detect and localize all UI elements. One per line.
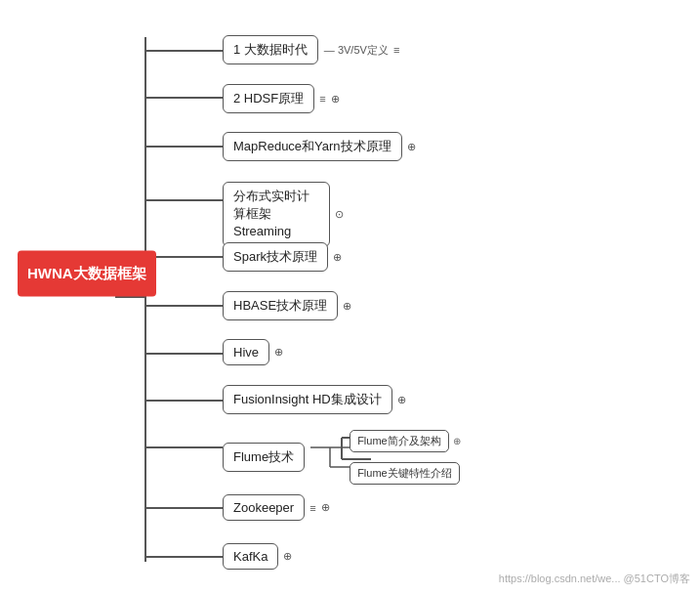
flume-sub-1: Flume简介及架构 ⊕: [350, 430, 461, 452]
branch-7: Hive ⊕: [223, 339, 283, 365]
branch-2-badge: ⊕: [331, 93, 340, 106]
branch-11-icon: ⊕: [283, 550, 292, 563]
watermark: https://blog.csdn.net/we... @51CTO博客: [499, 572, 690, 586]
branch-2-label: 2 HDSF原理: [223, 84, 314, 113]
branch-6: HBASE技术原理 ⊕: [223, 291, 351, 320]
branch-10: Zookeeper ≡ ⊕: [223, 494, 330, 521]
branch-10-label: Zookeeper: [223, 494, 305, 521]
branch-1-label: 1 大数据时代: [223, 35, 318, 64]
branch-11-label: KafKa: [223, 543, 278, 570]
branch-9: Flume技术 Flume简介及架构 ⊕ Flume关键特性介绍: [223, 430, 461, 485]
flume-sub-2: Flume关键特性介绍: [350, 462, 461, 485]
flume-sub-1-icon: ⊕: [453, 436, 461, 446]
branch-6-label: HBASE技术原理: [223, 291, 338, 320]
branch-11: KafKa ⊕: [223, 543, 292, 570]
branch-4-label: 分布式实时计算框架 Streaming: [223, 182, 330, 247]
branch-7-icon: ⊕: [274, 346, 283, 359]
branch-3-label: MapReduce和Yarn技术原理: [223, 132, 402, 161]
branch-2: 2 HDSF原理 ≡ ⊕: [223, 84, 340, 113]
branch-5-label: Spark技术原理: [223, 242, 328, 272]
branch-1-badge: — 3V/5V定义: [324, 43, 389, 58]
branch-3-icon: ⊕: [407, 141, 416, 153]
branch-8-label: FusionInsight HD集成设计: [223, 385, 392, 414]
branch-8: FusionInsight HD集成设计 ⊕: [223, 385, 406, 414]
root-node: HWNA大数据框架: [18, 251, 156, 297]
branch-10-icon2: ⊕: [321, 501, 330, 514]
branch-8-icon: ⊕: [397, 394, 406, 406]
flume-sub-2-label: Flume关键特性介绍: [350, 462, 460, 485]
branch-6-icon: ⊕: [343, 300, 351, 313]
branch-5: Spark技术原理 ⊕: [223, 242, 342, 272]
branch-4-icon: ⊙: [335, 208, 344, 221]
branch-3: MapReduce和Yarn技术原理 ⊕: [223, 132, 416, 161]
branch-4: 分布式实时计算框架 Streaming ⊙: [223, 182, 344, 247]
branch-5-icon: ⊕: [333, 251, 342, 264]
flume-sub-1-label: Flume简介及架构: [350, 430, 449, 452]
branch-7-label: Hive: [223, 339, 269, 365]
branch-2-icon: ≡: [319, 93, 325, 105]
branch-10-icon1: ≡: [309, 502, 315, 514]
branch-1: 1 大数据时代 — 3V/5V定义 ≡: [223, 35, 399, 64]
branch-9-label: Flume技术: [223, 443, 305, 472]
root-label: HWNA大数据框架: [27, 265, 146, 281]
mind-map-container: HWNA大数据框架 1 大数据时代 — 3V/5V定义 ≡ 2 HDSF原理 ≡…: [0, 0, 700, 594]
watermark-text: https://blog.csdn.net/we... @51CTO博客: [499, 573, 690, 584]
branch-1-icon: ≡: [393, 44, 399, 56]
